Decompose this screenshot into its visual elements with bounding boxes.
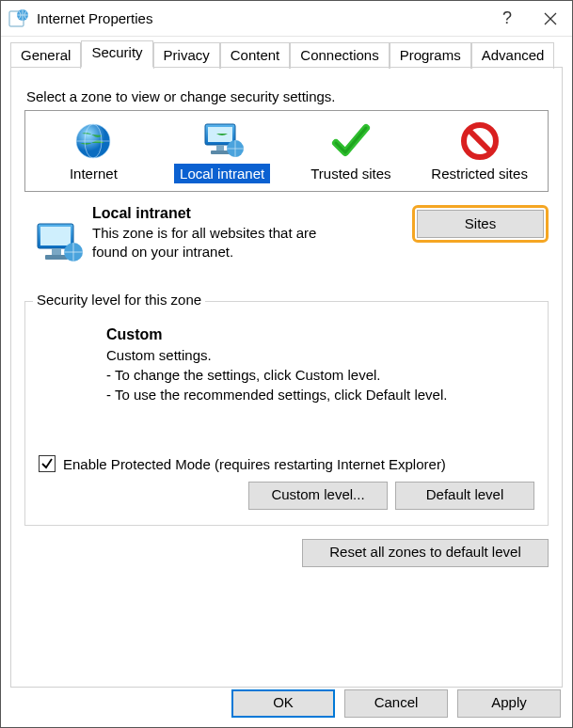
security-panel: Select a zone to view or change security… (10, 67, 563, 688)
svg-rect-14 (40, 227, 71, 245)
zone-trusted-label: Trusted sites (305, 164, 396, 183)
forbidden-icon (415, 119, 544, 164)
sites-button[interactable]: Sites (417, 210, 544, 238)
zone-internet-label: Internet (64, 164, 123, 183)
custom-title: Custom (106, 324, 534, 345)
svg-rect-8 (216, 145, 224, 150)
custom-line1: Custom settings. (106, 345, 534, 365)
svg-rect-15 (52, 248, 61, 255)
app-icon (8, 8, 29, 29)
apply-button[interactable]: Apply (457, 689, 561, 718)
zone-trusted-sites[interactable]: Trusted sites (287, 117, 416, 185)
zone-list: Internet (24, 110, 549, 192)
tab-strip: General Security Privacy Content Connect… (7, 40, 566, 67)
zone-detail-desc: This zone is for all websites that are f… (92, 224, 356, 262)
custom-line2: - To change the settings, click Custom l… (106, 365, 534, 385)
titlebar: Internet Properties ? (1, 1, 572, 37)
tab-content[interactable]: Content (220, 42, 291, 69)
zone-restricted-sites[interactable]: Restricted sites (415, 117, 544, 185)
tab-programs[interactable]: Programs (390, 42, 471, 69)
zone-internet[interactable]: Internet (29, 117, 158, 185)
tab-privacy[interactable]: Privacy (153, 42, 220, 69)
tab-general[interactable]: General (10, 42, 81, 69)
protected-mode-label: Enable Protected Mode (requires restarti… (63, 456, 446, 472)
zone-local-intranet-label: Local intranet (174, 164, 270, 183)
globe-icon (29, 119, 158, 164)
security-level-legend: Security level for this zone (33, 292, 205, 308)
zone-local-intranet[interactable]: Local intranet (158, 117, 287, 185)
svg-line-12 (470, 131, 490, 151)
svg-rect-9 (211, 150, 230, 154)
dialog-footer: OK Cancel Apply (231, 689, 561, 718)
security-level-group: Security level for this zone Custom Cust… (24, 301, 549, 526)
help-button[interactable]: ? (485, 1, 529, 37)
window-title: Internet Properties (37, 10, 485, 26)
cancel-button[interactable]: Cancel (344, 689, 448, 718)
zone-restricted-label: Restricted sites (425, 164, 533, 183)
tab-advanced[interactable]: Advanced (471, 42, 555, 69)
reset-zones-button[interactable]: Reset all zones to default level (302, 539, 549, 567)
default-level-button[interactable]: Default level (395, 482, 534, 510)
protected-mode-checkbox[interactable] (39, 455, 56, 472)
check-icon (287, 119, 416, 164)
zone-instruction: Select a zone to view or change security… (26, 88, 547, 104)
zone-detail-header: Local intranet (92, 205, 399, 222)
custom-line3: - To use the recommended settings, click… (106, 385, 534, 404)
close-button[interactable] (529, 1, 572, 37)
ok-button[interactable]: OK (231, 689, 335, 718)
sites-highlight: Sites (412, 205, 549, 243)
custom-level-button[interactable]: Custom level... (248, 482, 388, 510)
svg-rect-16 (45, 255, 68, 260)
tab-security[interactable]: Security (81, 40, 152, 68)
tab-connections[interactable]: Connections (290, 42, 389, 69)
internet-properties-dialog: Internet Properties ? General Security P… (0, 0, 573, 728)
selected-zone-icon (24, 205, 92, 267)
monitor-icon (158, 119, 287, 164)
